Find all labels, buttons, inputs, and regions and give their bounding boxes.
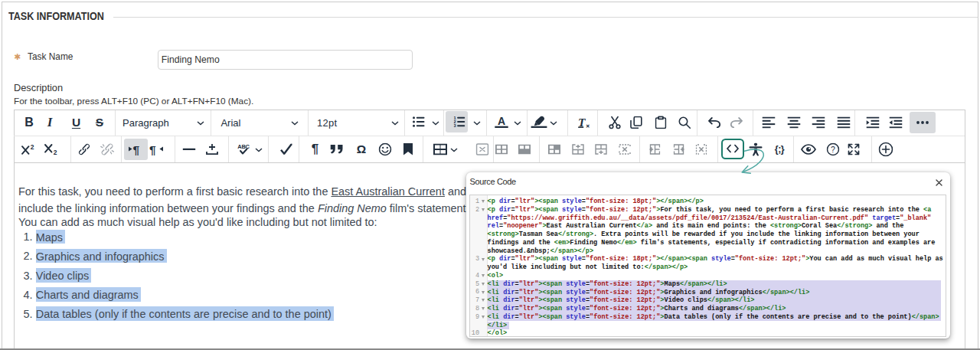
svg-text:2: 2 — [31, 144, 34, 151]
svg-text:T: T — [578, 116, 586, 129]
svg-text:3: 3 — [453, 123, 456, 127]
svg-text:2: 2 — [53, 149, 57, 155]
svg-text:¶: ¶ — [149, 143, 156, 155]
svg-text:✕: ✕ — [586, 123, 590, 129]
svg-text:?: ? — [831, 144, 835, 153]
svg-text:¶: ¶ — [133, 143, 140, 155]
svg-text:A: A — [498, 116, 505, 127]
svg-text:ABC: ABC — [237, 143, 250, 150]
